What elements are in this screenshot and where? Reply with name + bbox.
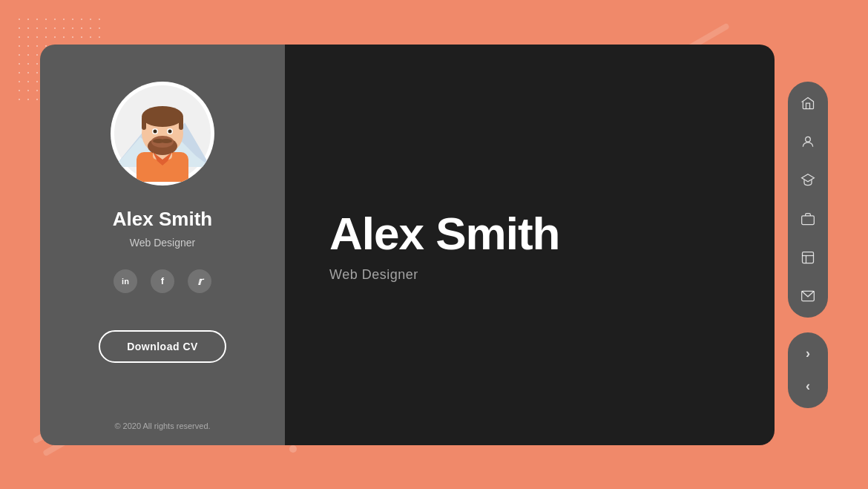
profile-card: Alex Smith Web Designer in f 𝕣 Download … bbox=[40, 45, 285, 445]
main-wrapper: Alex Smith Web Designer in f 𝕣 Download … bbox=[40, 45, 828, 445]
education-icon[interactable] bbox=[795, 168, 821, 193]
portfolio-icon[interactable] bbox=[795, 245, 821, 270]
prev-arrow-button[interactable]: ‹ bbox=[795, 374, 821, 399]
nav-icons-group bbox=[788, 82, 828, 318]
svg-rect-7 bbox=[142, 116, 146, 130]
svg-point-19 bbox=[160, 139, 172, 143]
main-name-heading: Alex Smith bbox=[329, 207, 559, 260]
main-content-panel: Alex Smith Web Designer bbox=[285, 45, 775, 445]
copyright-text: © 2020 All rights reserved. bbox=[114, 421, 210, 430]
right-navigation: › ‹ bbox=[788, 82, 828, 408]
next-arrow-button[interactable]: › bbox=[795, 341, 821, 367]
svg-rect-25 bbox=[803, 252, 814, 263]
svg-point-6 bbox=[142, 106, 183, 127]
contact-icon[interactable] bbox=[795, 283, 821, 309]
download-cv-button[interactable]: Download CV bbox=[99, 330, 226, 363]
person-icon[interactable] bbox=[795, 129, 821, 154]
linkedin-icon[interactable]: in bbox=[114, 269, 137, 293]
main-title-text: Web Designer bbox=[329, 267, 418, 283]
avatar-wrapper bbox=[111, 82, 214, 186]
avatar-svg bbox=[114, 85, 211, 182]
profile-title: Web Designer bbox=[130, 237, 195, 249]
svg-point-21 bbox=[806, 137, 811, 142]
social-links: in f 𝕣 bbox=[114, 269, 211, 293]
svg-marker-22 bbox=[802, 174, 815, 181]
svg-rect-23 bbox=[802, 215, 815, 224]
bg-circle-2 bbox=[289, 445, 297, 453]
nav-arrows-group: › ‹ bbox=[788, 332, 828, 408]
svg-rect-8 bbox=[179, 116, 183, 130]
profile-name: Alex Smith bbox=[113, 208, 212, 231]
svg-point-14 bbox=[168, 129, 172, 133]
facebook-icon[interactable]: f bbox=[151, 269, 174, 293]
twitter-icon[interactable]: 𝕣 bbox=[188, 269, 211, 293]
svg-point-13 bbox=[154, 129, 157, 133]
home-icon[interactable] bbox=[795, 91, 821, 116]
work-icon[interactable] bbox=[795, 206, 821, 232]
